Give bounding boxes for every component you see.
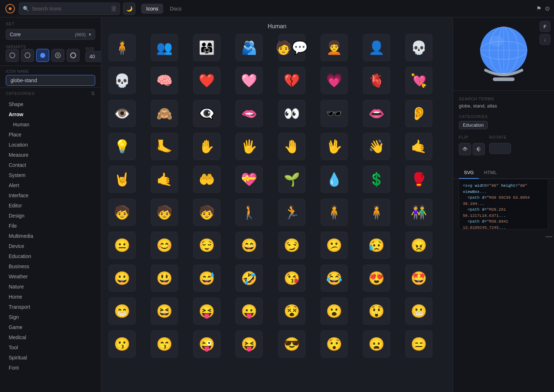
icon-cell[interactable]: 🕶️ bbox=[321, 100, 348, 127]
sidebar-item-spiritual[interactable]: Spiritual bbox=[6, 353, 95, 363]
icon-cell[interactable]: 😌 bbox=[193, 232, 220, 259]
sidebar-item-home[interactable]: Home bbox=[6, 292, 95, 302]
sidebar-item-alert[interactable]: Alert bbox=[6, 180, 95, 190]
icon-cell[interactable]: 😗 bbox=[109, 330, 136, 358]
icon-cell[interactable]: 👤 bbox=[363, 34, 390, 61]
sidebar-item-location[interactable]: Location bbox=[6, 140, 95, 150]
icon-cell[interactable]: 😲 bbox=[363, 298, 390, 325]
sidebar-item-system[interactable]: System bbox=[6, 170, 95, 180]
icon-cell[interactable]: 🖐️ bbox=[236, 133, 263, 160]
sidebar-item-business[interactable]: Business bbox=[6, 261, 95, 271]
icon-cell[interactable]: 🧍 bbox=[363, 199, 390, 226]
icon-cell[interactable]: 😜 bbox=[193, 330, 220, 358]
icon-cell[interactable]: 🤘 bbox=[109, 166, 136, 193]
icon-cell[interactable]: 👨‍👩‍👧 bbox=[193, 34, 220, 61]
icon-cell[interactable]: 👫 bbox=[405, 199, 432, 226]
sidebar-item-arrow[interactable]: Arrow bbox=[6, 109, 95, 119]
rotate-input[interactable]: 0 bbox=[489, 143, 511, 154]
icon-cell[interactable]: 😘 bbox=[278, 265, 305, 292]
icon-cell[interactable]: 💗 bbox=[321, 67, 348, 94]
icon-cell[interactable]: 🤩 bbox=[405, 265, 432, 292]
icon-cell[interactable]: 😦 bbox=[363, 330, 390, 358]
sidebar-item-file[interactable]: File bbox=[6, 221, 95, 231]
icon-cell[interactable]: 😵 bbox=[278, 298, 305, 325]
theme-toggle-button[interactable]: 🌙 bbox=[123, 3, 135, 15]
icon-cell[interactable]: 😬 bbox=[405, 298, 432, 325]
variant-solid-btn[interactable] bbox=[36, 49, 49, 62]
icon-cell[interactable]: 🤙 bbox=[151, 166, 178, 193]
icon-cell[interactable]: 😑 bbox=[405, 330, 432, 358]
variant-bulk-btn[interactable] bbox=[51, 49, 64, 62]
icon-cell[interactable]: 🌱 bbox=[278, 166, 305, 193]
icon-name-input[interactable] bbox=[6, 75, 95, 86]
icon-cell[interactable]: 🧒 bbox=[109, 199, 136, 226]
download-button[interactable]: ↓ bbox=[540, 34, 550, 45]
icon-cell[interactable]: 🧑‍🦱 bbox=[321, 34, 348, 61]
icon-cell[interactable]: 🚶 bbox=[236, 199, 263, 226]
icon-cell[interactable]: 🤣 bbox=[236, 265, 263, 292]
icon-cell[interactable]: 😐 bbox=[109, 232, 136, 259]
sidebar-item-measure[interactable]: Measure bbox=[6, 150, 95, 160]
tab-html[interactable]: HTML bbox=[479, 167, 502, 179]
icon-cell[interactable]: 👀 bbox=[278, 100, 305, 127]
icon-cell[interactable]: 😠 bbox=[405, 232, 432, 259]
icon-cell[interactable]: 🧠 bbox=[151, 67, 178, 94]
size-input[interactable] bbox=[85, 51, 101, 62]
icon-cell[interactable]: 👂 bbox=[405, 100, 432, 127]
icon-cell[interactable]: 😁 bbox=[109, 298, 136, 325]
icon-cell[interactable]: ❤️ bbox=[193, 67, 220, 94]
logo-icon[interactable] bbox=[4, 3, 16, 14]
icon-cell[interactable]: 🤲 bbox=[193, 166, 220, 193]
icon-cell[interactable]: 🤚 bbox=[278, 133, 305, 160]
sidebar-item-nature[interactable]: Nature bbox=[6, 282, 95, 292]
icon-cell[interactable]: 😃 bbox=[151, 265, 178, 292]
search-bar-container[interactable]: 🔍 / bbox=[19, 3, 120, 15]
tab-icons[interactable]: Icons bbox=[141, 4, 163, 14]
variant-stroke-btn[interactable] bbox=[67, 49, 80, 62]
icon-cell[interactable]: 🫂 bbox=[236, 34, 263, 61]
variant-outline-btn[interactable] bbox=[6, 49, 19, 62]
search-input[interactable] bbox=[32, 6, 109, 12]
icon-cell[interactable]: 💘 bbox=[405, 67, 432, 94]
icon-cell[interactable]: 🧒 bbox=[151, 199, 178, 226]
icon-cell[interactable]: 😂 bbox=[321, 265, 348, 292]
github-icon[interactable]: ⊙ bbox=[545, 5, 550, 12]
icon-cell[interactable]: 👁️‍🗨️ bbox=[193, 100, 220, 127]
sidebar-item-transport[interactable]: Transport bbox=[6, 302, 95, 312]
sidebar-item-game[interactable]: Game bbox=[6, 322, 95, 332]
icon-cell[interactable]: 🖖 bbox=[321, 133, 348, 160]
icon-cell[interactable]: 🧒 bbox=[193, 199, 220, 226]
sidebar-item-interface[interactable]: Interface bbox=[6, 190, 95, 201]
icon-cell[interactable]: 💝 bbox=[236, 166, 263, 193]
sidebar-item-weather[interactable]: Weather bbox=[6, 271, 95, 282]
sidebar-item-font[interactable]: Font bbox=[6, 363, 95, 373]
icon-cell[interactable]: 🫀 bbox=[363, 67, 390, 94]
icon-cell[interactable]: 😏 bbox=[278, 232, 305, 259]
icon-cell[interactable]: 👄 bbox=[363, 100, 390, 127]
icon-cell[interactable]: 💧 bbox=[321, 166, 348, 193]
tab-svg[interactable]: SVG bbox=[459, 167, 479, 179]
icon-cell[interactable]: 😄 bbox=[236, 232, 263, 259]
tab-docs[interactable]: Docs bbox=[165, 4, 186, 14]
icon-cell[interactable]: 😆 bbox=[151, 298, 178, 325]
icon-cell[interactable]: 💔 bbox=[278, 67, 305, 94]
icon-cell[interactable]: 🧑‍💬 bbox=[278, 34, 305, 61]
icon-cell[interactable]: 😍 bbox=[363, 265, 390, 292]
icon-cell[interactable]: 😅 bbox=[193, 265, 220, 292]
icon-cell[interactable]: 😝 bbox=[236, 330, 263, 358]
icon-cell[interactable]: 😀 bbox=[109, 265, 136, 292]
icon-cell[interactable]: 😊 bbox=[151, 232, 178, 259]
sort-icon[interactable]: ⇅ bbox=[91, 90, 95, 96]
icon-cell[interactable]: 🙈 bbox=[151, 100, 178, 127]
icon-cell[interactable]: 😎 bbox=[278, 330, 305, 358]
set-selector[interactable]: Core (860) ▾ bbox=[6, 29, 95, 40]
sidebar-item-shape[interactable]: Shape bbox=[6, 99, 95, 109]
sidebar-item-education[interactable]: Education bbox=[6, 251, 95, 261]
icon-cell[interactable]: 🤙 bbox=[405, 133, 432, 160]
icon-cell[interactable]: 👥 bbox=[151, 34, 178, 61]
icon-cell[interactable]: 💀 bbox=[109, 67, 136, 94]
sidebar-item-editor[interactable]: Editor bbox=[6, 201, 95, 211]
icon-cell[interactable]: 😝 bbox=[193, 298, 220, 325]
flip-horizontal-button[interactable] bbox=[473, 143, 485, 155]
icon-cell[interactable]: 😕 bbox=[321, 232, 348, 259]
